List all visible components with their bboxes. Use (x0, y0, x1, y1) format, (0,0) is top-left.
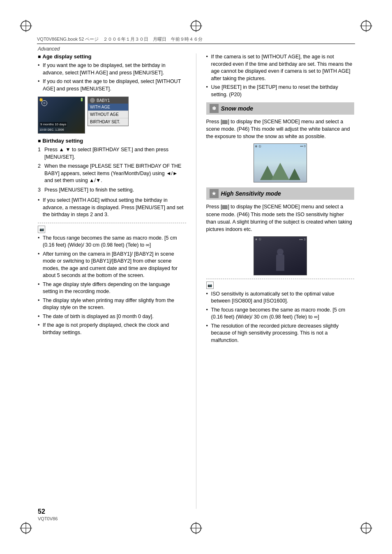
dark-preview-icons: ★ ① ▪▪▪ 3 (255, 238, 306, 241)
high-sensitivity-preview: ★ ① ▪▪▪ 3 (254, 236, 307, 275)
note-box-header: 📷 (38, 226, 186, 233)
person-silhouette-body (276, 254, 284, 271)
baby-icon-small (90, 98, 95, 103)
step-text-3: Press [MENU/SET] to finish the setting. (44, 187, 134, 193)
reg-mark-bm (190, 522, 202, 534)
age-bullet-2: If you do not want the age to be display… (38, 78, 186, 92)
menu-title-text: BABY1 (97, 98, 110, 103)
high-sensitivity-icon-box: ★ (210, 189, 219, 198)
left-notes-list: The focus range becomes the same as macr… (38, 235, 186, 337)
step-num-1: 1 (38, 146, 41, 154)
hs-note-header: 📷 (206, 282, 355, 289)
left-note-3: The age display style differs depending … (38, 281, 186, 295)
snow-mode-icon-box: ❄ (210, 104, 219, 113)
dark-cam-icon-right: ▪▪▪ 3 (300, 238, 306, 241)
age-display-heading: Age display setting (38, 53, 186, 60)
hs-notes-list: ISO sensitivity is automatically set to … (206, 291, 355, 344)
hs-note-3: The resolution of the recorded picture d… (206, 323, 355, 344)
dark-cam-icon-left: ★ ① (255, 238, 261, 241)
footer-left: 52 VQT0V86 (38, 508, 58, 521)
book-info: VQT0V86ENG.book 52 ページ ２００６年１月３０日 月曜日 午前… (37, 36, 203, 42)
left-note-6: If the age is not properly displayed, ch… (38, 322, 186, 336)
snow-icon-row: ❄ ① ▪▪▪ 3 (255, 145, 306, 148)
person-silhouette-head (277, 249, 284, 255)
step-num-2: 2 (38, 163, 41, 170)
snow-tree-right (289, 169, 300, 180)
note-icon: 📷 (38, 226, 45, 233)
birthday-setting-heading: Birthday setting (38, 138, 186, 144)
right-age-note-1: If the camera is set to [WITHOUT AGE], t… (206, 53, 355, 82)
snow-mode-body: Press [] to display the [SCENE MODE] men… (206, 118, 355, 140)
snow-icon: ❄ (212, 106, 216, 111)
right-age-notes: If the camera is set to [WITHOUT AGE], t… (206, 53, 355, 98)
snow-mode-header: ❄ Snow mode (206, 102, 355, 115)
high-sensitivity-title: High Sensitivity mode (221, 190, 281, 197)
battery-icon: 🔋 (80, 98, 84, 102)
hs-note-2: The focus range becomes the same as macr… (206, 307, 355, 321)
age-display-bullets: If you want the age to be displayed, set… (38, 62, 186, 92)
snow-tree-center (271, 163, 289, 180)
page-code: VQT0V86 (38, 516, 58, 521)
left-column: Age display setting If you want the age … (38, 53, 186, 509)
age-menu-popup: BABY1 WITH AGE WITHOUT AGE BIRTHDAY SET. (88, 97, 129, 126)
age-display-mockup: 👶 🔋 ⊙ 9 months 10 days 10:00 DEC. 1.2006… (38, 97, 186, 134)
date-overlay-text: 10:00 DEC. 1.2006 (39, 128, 64, 131)
menu-item-birthday-set[interactable]: BIRTHDAY SET. (88, 118, 128, 126)
reg-mark-br (360, 522, 372, 534)
left-notes-box: 📷 The focus range becomes the same as ma… (38, 223, 186, 337)
baby-face-circle: ⊙ (42, 100, 47, 106)
snow-cam-icon: ❄ ① (255, 145, 261, 148)
left-note-5: The date of birth is displayed as [0 mon… (38, 313, 186, 321)
left-note-2: After turning on the camera in [BABY1]/ … (38, 251, 186, 279)
snow-cam-right: ▪▪▪ 3 (300, 145, 305, 148)
right-age-note-2: Use [RESET] in the [SETUP] menu to reset… (206, 84, 355, 98)
age-bullet-1: If you want the age to be displayed, set… (38, 62, 186, 76)
content-area: Age display setting If you want the age … (38, 53, 354, 509)
high-sensitivity-notes-box: 📷 ISO sensitivity is automatically set t… (206, 279, 355, 344)
snow-mode-title: Snow mode (221, 105, 254, 112)
reg-mark-tr (360, 20, 372, 32)
reg-mark-bl (20, 522, 32, 534)
snow-preview-image: ❄ ① ▪▪▪ 3 (254, 143, 307, 182)
age-overlay-text: 9 months 10 days (39, 122, 67, 127)
step-text-1: Press ▲ ▼ to select [BIRTHDAY SET.] and … (44, 147, 168, 160)
hs-note-1: ISO sensitivity is automatically set to … (206, 291, 355, 305)
header-bar: VQT0V86ENG.book 52 ページ ２００６年１月３０日 月曜日 午前… (37, 36, 355, 44)
reg-mark-tm (190, 20, 202, 32)
right-column: If the camera is set to [WITHOUT AGE], t… (206, 53, 355, 509)
hs-note-icon: 📷 (206, 282, 214, 289)
birthday-note-1: If you select [WITH AGE] without setting… (38, 197, 186, 219)
birthday-step-2: 2 When the message [PLEASE SET THE BIRTH… (38, 163, 186, 185)
high-sensitivity-body: Press [] to display the [SCENE MODE] men… (206, 203, 355, 233)
menu-item-with-age[interactable]: WITH AGE (88, 104, 128, 111)
advanced-label: Advanced (38, 46, 60, 52)
menu-item-without-age[interactable]: WITHOUT AGE (88, 111, 128, 118)
birthday-step-3: 3 Press [MENU/SET] to finish the setting… (38, 187, 186, 194)
birthday-step-1: 1 Press ▲ ▼ to select [BIRTHDAY SET.] an… (38, 146, 186, 161)
column-divider (196, 53, 196, 509)
camera-screen-age: 👶 🔋 ⊙ 9 months 10 days 10:00 DEC. 1.2006 (38, 97, 85, 134)
birthday-note-bullets: If you select [WITH AGE] without setting… (38, 197, 186, 219)
menu-popup-title: BABY1 (88, 97, 128, 104)
page: VQT0V86ENG.book 52 ページ ２００６年１月３０日 月曜日 午前… (0, 0, 392, 554)
birthday-steps: 1 Press ▲ ▼ to select [BIRTHDAY SET.] an… (38, 146, 186, 194)
reg-mark-tl (20, 20, 32, 32)
step-num-3: 3 (38, 187, 41, 194)
left-note-4: The display style when printing may diff… (38, 297, 186, 312)
high-sensitivity-header: ★ High Sensitivity mode (206, 187, 355, 200)
step-text-2: When the message [PLEASE SET THE BIRTHDA… (44, 163, 181, 183)
left-note-1: The focus range becomes the same as macr… (38, 235, 186, 249)
high-sensitivity-icon: ★ (212, 191, 216, 196)
page-footer: 52 VQT0V86 (38, 508, 354, 521)
page-number: 52 (38, 508, 58, 515)
